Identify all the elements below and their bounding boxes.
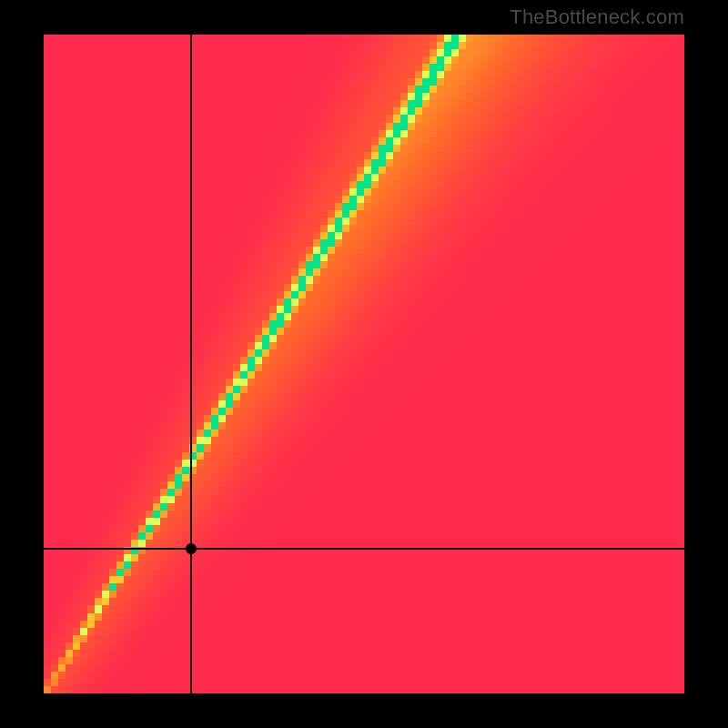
crosshair-vertical xyxy=(190,35,192,693)
bottleneck-heatmap xyxy=(44,35,684,693)
chart-frame: TheBottleneck.com xyxy=(0,0,728,728)
crosshair-horizontal xyxy=(44,548,684,550)
selection-marker xyxy=(186,543,197,554)
attribution-label: TheBottleneck.com xyxy=(510,5,684,29)
plot-area xyxy=(44,35,684,693)
